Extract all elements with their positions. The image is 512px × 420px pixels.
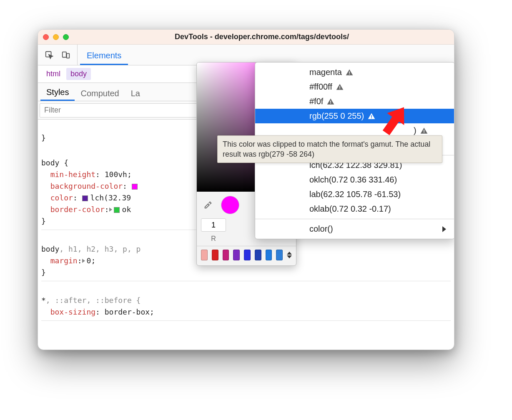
color-swatch-icon[interactable] <box>132 184 138 190</box>
warning-icon <box>326 98 335 106</box>
main-tabs: Elements <box>78 45 131 65</box>
palette-stepper-icon[interactable] <box>287 252 292 258</box>
format-item-magenta[interactable]: magenta <box>255 65 454 80</box>
palette-swatch[interactable] <box>255 250 261 260</box>
expand-shorthand-icon[interactable] <box>109 208 112 212</box>
svg-rect-3 <box>349 71 350 73</box>
inspect-icon[interactable] <box>42 48 56 62</box>
format-label: rgb(255 0 255) <box>309 111 364 121</box>
palette-swatch[interactable] <box>266 250 272 260</box>
close-brace: } <box>41 217 46 225</box>
rule-universal[interactable]: *, ::after, ::before { box-sizing: borde… <box>41 281 451 321</box>
palette-swatch[interactable] <box>223 250 229 260</box>
color-swatch-icon[interactable] <box>114 207 120 213</box>
palette-swatch[interactable] <box>212 250 218 260</box>
warning-icon <box>345 68 354 77</box>
device-mode-icon[interactable] <box>59 48 73 62</box>
title-bar: DevTools - developer.chrome.com/tags/dev… <box>38 30 454 45</box>
decl-margin-val[interactable]: 0; <box>87 256 96 265</box>
decl-border-color-val[interactable]: ok <box>122 205 131 214</box>
format-item-oklch[interactable]: oklch(0.72 0.36 331.46) <box>255 172 454 187</box>
decl-border-color-prop[interactable]: border-color <box>50 205 105 214</box>
svg-rect-11 <box>424 130 424 132</box>
traffic-lights <box>43 34 69 40</box>
format-item-hex6[interactable]: #ff00ff <box>255 80 454 94</box>
crumb-body[interactable]: body <box>66 68 91 80</box>
svg-rect-7 <box>331 100 331 102</box>
format-item-oklab[interactable]: oklab(0.72 0.32 -0.17) <box>255 202 454 216</box>
decl-min-height-val[interactable]: 100vh; <box>105 170 132 179</box>
svg-rect-5 <box>339 86 340 88</box>
decl-color-val[interactable]: lch(32.39 <box>90 193 136 202</box>
palette-swatch[interactable] <box>244 250 251 260</box>
svg-rect-6 <box>339 88 340 89</box>
selector-body2: body <box>41 245 59 253</box>
expand-shorthand-icon[interactable] <box>82 259 85 263</box>
color-swatch-icon[interactable] <box>82 195 88 201</box>
subtab-computed[interactable]: Computed <box>75 85 125 101</box>
warning-icon <box>420 127 428 135</box>
warning-icon <box>336 83 344 91</box>
decl-bg-prop[interactable]: background-color <box>50 182 123 190</box>
decl-margin-prop[interactable]: margin <box>50 256 78 265</box>
crumb-html[interactable]: html <box>42 68 65 80</box>
devtools-window: DevTools - developer.chrome.com/tags/dev… <box>38 29 454 350</box>
tab-elements[interactable]: Elements <box>80 47 128 65</box>
subtab-layout[interactable]: La <box>125 85 146 101</box>
selector-star: * <box>41 296 46 305</box>
format-label: oklab(0.72 0.32 -0.17) <box>309 204 391 214</box>
minimize-window-button[interactable] <box>53 34 59 40</box>
format-group-color: color() <box>255 219 454 239</box>
format-item-color-fn[interactable]: color() <box>255 222 454 236</box>
zoom-window-button[interactable] <box>63 34 69 40</box>
format-item-rgb[interactable]: rgb(255 0 255) <box>255 109 454 123</box>
decl-color-prop[interactable]: color <box>50 193 73 202</box>
decl-min-height-prop[interactable]: min-height <box>50 170 95 179</box>
trailing-brace: } <box>41 133 46 142</box>
palette-swatch[interactable] <box>276 250 283 260</box>
close-window-button[interactable] <box>43 34 49 40</box>
format-label: #f0f <box>309 97 323 106</box>
selector-group-dim: , h1, h2, h3, p, p <box>59 245 141 253</box>
palette-swatch[interactable] <box>233 250 240 260</box>
channel-label-r: R <box>201 235 226 242</box>
close-brace: } <box>41 268 46 277</box>
subtab-styles[interactable]: Styles <box>40 84 75 101</box>
svg-rect-2 <box>67 53 69 58</box>
current-color-swatch <box>221 196 239 214</box>
eyedropper-icon[interactable] <box>201 198 215 212</box>
palette-swatch[interactable] <box>201 250 208 260</box>
format-item-lab[interactable]: lab(62.32 105.78 -61.53) <box>255 187 454 202</box>
decl-box-sizing-prop[interactable]: box-sizing <box>50 308 95 316</box>
svg-rect-12 <box>424 132 424 133</box>
format-item-hex3[interactable]: #f0f <box>255 94 454 109</box>
format-group-wide: lch(62.32 122.38 329.81) oklch(0.72 0.36… <box>255 155 454 219</box>
svg-rect-4 <box>349 74 350 75</box>
format-label: magenta <box>309 68 342 77</box>
format-label: color() <box>309 224 333 234</box>
selector-body: body { <box>41 158 68 167</box>
decl-box-sizing-val[interactable]: border-box; <box>105 308 154 316</box>
svg-rect-1 <box>63 52 66 57</box>
palette-row <box>197 246 296 265</box>
format-label: #ff00ff <box>309 82 332 92</box>
chevron-right-icon <box>442 226 446 232</box>
annotation-arrow-icon <box>371 98 417 145</box>
window-title: DevTools - developer.chrome.com/tags/dev… <box>75 32 449 41</box>
svg-rect-8 <box>331 103 331 104</box>
channel-input[interactable] <box>201 218 226 232</box>
format-label: oklch(0.72 0.36 331.46) <box>309 175 397 185</box>
selector-universal-dim: , ::after, ::before { <box>46 296 141 305</box>
format-label: lab(62.32 105.78 -61.53) <box>309 190 401 199</box>
